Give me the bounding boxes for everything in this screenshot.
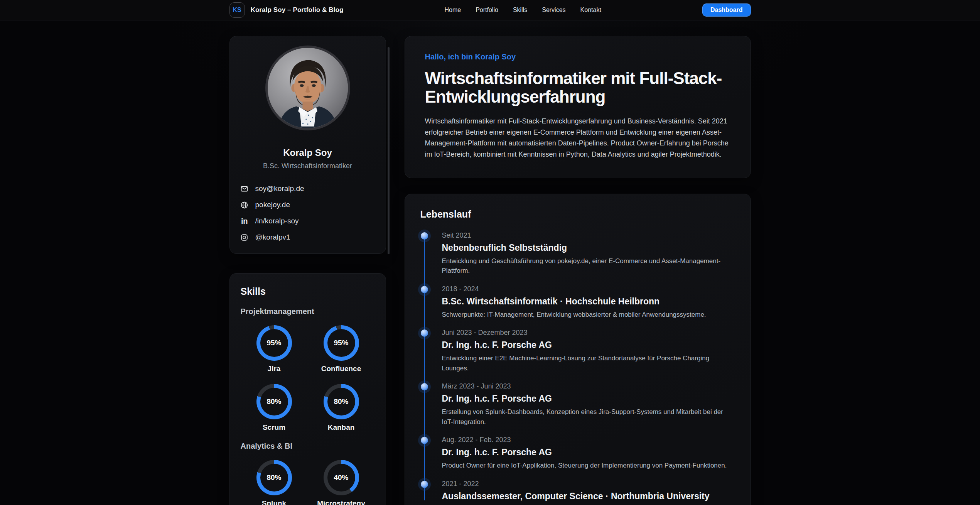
sidebar-scrollbar-thumb[interactable] <box>388 47 390 254</box>
skill-kanban: 80% Kanban <box>308 384 375 432</box>
cv-entry-description: Schwerpunkte: IT-Management, Entwicklung… <box>442 310 735 320</box>
ring-label: Confluence <box>321 365 361 373</box>
progress-ring: 40% <box>324 460 359 495</box>
ring-label: Jira <box>268 365 281 373</box>
nav-links: Home Portfolio Skills Services Kontakt <box>343 7 702 14</box>
ring-label: Microstrategy <box>317 499 365 505</box>
skills-card: Skills Projektmanagement 95% Jira 95% Co… <box>229 273 386 505</box>
page-content: Koralp Soy B.Sc. Wirtschaftsinformatiker… <box>229 20 751 505</box>
nav-link-kontakt[interactable]: Kontakt <box>580 7 601 14</box>
nav-link-portfolio[interactable]: Portfolio <box>476 7 498 14</box>
contact-website[interactable]: pokejoy.de <box>240 200 376 209</box>
cv-entry-title: Nebenberuflich Selbstständig <box>442 243 735 253</box>
hero-title: Wirtschaftsinformatiker mit Full-Stack-E… <box>425 69 730 106</box>
cv-entries: Seit 2021 Nebenberuflich Selbstständig E… <box>424 231 735 505</box>
cv-entry-date: Seit 2021 <box>442 231 735 240</box>
hero-description: Wirtschaftsinformatiker mit Full-Stack-E… <box>425 116 730 160</box>
instagram-icon <box>240 233 249 242</box>
skills-group-projektmanagement: Projektmanagement <box>241 307 375 316</box>
contact-instagram-value: @koralpv1 <box>255 233 290 242</box>
ring-percent: 95% <box>267 339 281 347</box>
progress-ring: 80% <box>256 384 292 419</box>
skill-scrum: 80% Scrum <box>241 384 308 432</box>
timeline-dot <box>421 329 428 337</box>
skills-group-analytics: Analytics & BI <box>241 442 375 451</box>
navbar-inner: KS Koralp Soy – Portfolio & Blog Home Po… <box>229 2 751 18</box>
progress-ring: 80% <box>256 460 292 495</box>
skills-ring-grid: 80% Splunk 40% Microstrategy <box>241 460 375 505</box>
cv-card: Lebenslauf Seit 2021 Nebenberuflich Selb… <box>405 194 751 505</box>
cv-entry-description: Entwicklung und Geschäftsführung von pok… <box>442 256 735 276</box>
skill-jira: 95% Jira <box>241 325 308 373</box>
cv-entry-description: Entwicklung einer E2E Machine-Learning-L… <box>442 353 735 373</box>
mail-icon <box>240 184 249 193</box>
brand[interactable]: KS Koralp Soy – Portfolio & Blog <box>229 2 344 18</box>
cv-title: Lebenslauf <box>420 209 735 220</box>
skill-confluence: 95% Confluence <box>308 325 375 373</box>
ring-label: Splunk <box>262 499 286 505</box>
cv-entry-date: Juni 2023 - Dezember 2023 <box>442 329 735 337</box>
cv-entry: Aug. 2022 - Feb. 2023 Dr. Ing. h.c. F. P… <box>424 436 735 471</box>
sidebar: Koralp Soy B.Sc. Wirtschaftsinformatiker… <box>229 36 386 505</box>
ring-percent: 95% <box>334 339 348 347</box>
brand-title: Koralp Soy – Portfolio & Blog <box>251 6 344 14</box>
cv-entry-title: Dr. Ing. h.c. F. Porsche AG <box>442 340 735 350</box>
cv-entry-description: Erstellung von Splunk-Dashboards, Konzep… <box>442 407 735 427</box>
contact-linkedin[interactable]: in /in/koralp-soy <box>240 216 376 226</box>
cv-entry-title: Dr. Ing. h.c. F. Porsche AG <box>442 447 735 458</box>
contact-linkedin-value: /in/koralp-soy <box>255 217 299 225</box>
nav-link-home[interactable]: Home <box>444 7 461 14</box>
timeline-dot <box>421 232 428 240</box>
skill-splunk: 80% Splunk <box>241 460 308 505</box>
profile-subtitle: B.Sc. Wirtschaftsinformatiker <box>263 162 352 170</box>
contact-email[interactable]: soy@koralp.de <box>240 184 376 193</box>
ring-percent: 80% <box>267 473 281 482</box>
progress-ring: 80% <box>324 384 359 419</box>
navbar: KS Koralp Soy – Portfolio & Blog Home Po… <box>0 0 980 20</box>
profile-photo <box>265 46 350 130</box>
nav-link-skills[interactable]: Skills <box>513 7 527 14</box>
portrait-illustration <box>268 48 348 128</box>
cv-entry-title: Dr. Ing. h.c. F. Porsche AG <box>442 394 735 404</box>
globe-icon <box>240 200 249 209</box>
timeline-dot <box>421 481 428 488</box>
nav-link-services[interactable]: Services <box>542 7 565 14</box>
skill-microstrategy: 40% Microstrategy <box>308 460 375 505</box>
skills-ring-grid: 95% Jira 95% Confluence 80% Scrum <box>241 325 375 432</box>
hero-eyebrow: Hallo, ich bin Koralp Soy <box>425 52 730 61</box>
cv-entry: 2021 - 2022 Auslandssemester, Computer S… <box>424 480 735 505</box>
contact-website-value: pokejoy.de <box>255 201 290 209</box>
hero-card: Hallo, ich bin Koralp Soy Wirtschaftsinf… <box>405 36 751 178</box>
dashboard-button[interactable]: Dashboard <box>702 3 751 17</box>
progress-ring: 95% <box>324 325 359 361</box>
cv-entry: Juni 2023 - Dezember 2023 Dr. Ing. h.c. … <box>424 329 735 373</box>
ring-percent: 80% <box>334 397 348 406</box>
contact-instagram[interactable]: @koralpv1 <box>240 233 376 242</box>
contact-list: soy@koralp.de pokejoy.de in /in/koralp-s… <box>239 184 376 242</box>
timeline-dot <box>421 286 428 293</box>
brand-logo[interactable]: KS <box>229 2 245 18</box>
cv-entry: März 2023 - Juni 2023 Dr. Ing. h.c. F. P… <box>424 382 735 427</box>
progress-ring: 95% <box>256 325 292 361</box>
timeline-dot <box>421 437 428 444</box>
cv-timeline: Seit 2021 Nebenberuflich Selbstständig E… <box>424 231 735 505</box>
main-content: Hallo, ich bin Koralp Soy Wirtschaftsinf… <box>405 36 751 505</box>
ring-label: Kanban <box>328 423 355 432</box>
cv-entry-title: B.Sc. Wirtschaftsinformatik · Hochschule… <box>442 296 735 307</box>
timeline-dot <box>421 383 428 390</box>
cv-entry-title: Auslandssemester, Computer Science · Nor… <box>442 491 735 502</box>
ring-label: Scrum <box>263 423 285 432</box>
skills-title: Skills <box>241 286 375 297</box>
ring-percent: 40% <box>334 473 348 482</box>
contact-email-value: soy@koralp.de <box>255 184 304 193</box>
cv-entry-date: 2018 - 2024 <box>442 285 735 293</box>
cv-entry-description: Product Owner für eine IoT-Applikation, … <box>442 461 735 471</box>
cv-entry-date: März 2023 - Juni 2023 <box>442 382 735 390</box>
cv-entry: Seit 2021 Nebenberuflich Selbstständig E… <box>424 231 735 276</box>
profile-card: Koralp Soy B.Sc. Wirtschaftsinformatiker… <box>229 36 386 254</box>
ring-percent: 80% <box>267 397 281 406</box>
cv-entry-date: Aug. 2022 - Feb. 2023 <box>442 436 735 444</box>
linkedin-icon: in <box>240 216 249 226</box>
cv-entry: 2018 - 2024 B.Sc. Wirtschaftsinformatik … <box>424 285 735 320</box>
profile-name: Koralp Soy <box>283 147 332 158</box>
